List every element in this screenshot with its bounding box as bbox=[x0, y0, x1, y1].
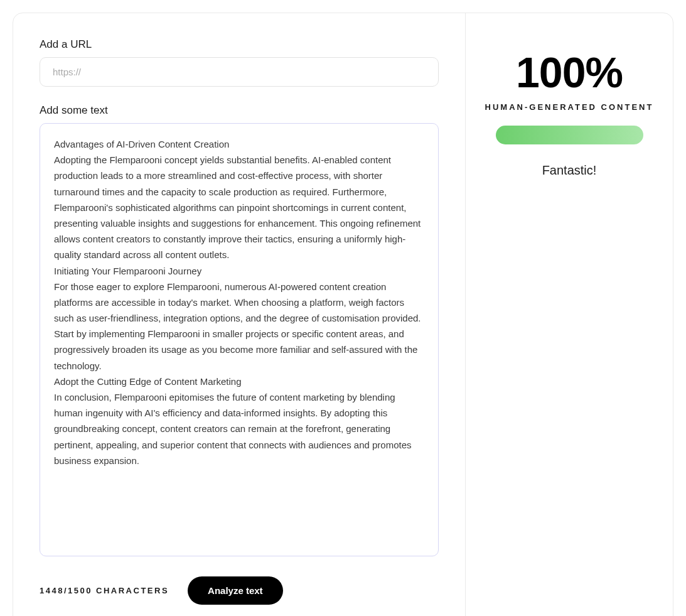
text-label: Add some text bbox=[40, 104, 439, 117]
text-input[interactable] bbox=[40, 123, 439, 556]
result-panel: 100% HUMAN-GENERATED CONTENT Fantastic! bbox=[466, 13, 673, 616]
bottom-row: 1448/1500 CHARACTERS Analyze text bbox=[40, 576, 439, 605]
url-input[interactable] bbox=[40, 57, 439, 87]
main-container: Add a URL Add some text 1448/1500 CHARAC… bbox=[13, 13, 673, 616]
score-value: 100% bbox=[481, 51, 658, 94]
verdict-text: Fantastic! bbox=[481, 163, 658, 178]
progress-bar bbox=[496, 126, 643, 144]
character-counter: 1448/1500 CHARACTERS bbox=[40, 586, 169, 595]
input-panel: Add a URL Add some text 1448/1500 CHARAC… bbox=[13, 13, 466, 616]
analyze-button[interactable]: Analyze text bbox=[188, 576, 283, 605]
score-label: HUMAN-GENERATED CONTENT bbox=[481, 102, 658, 112]
url-label: Add a URL bbox=[40, 38, 439, 51]
